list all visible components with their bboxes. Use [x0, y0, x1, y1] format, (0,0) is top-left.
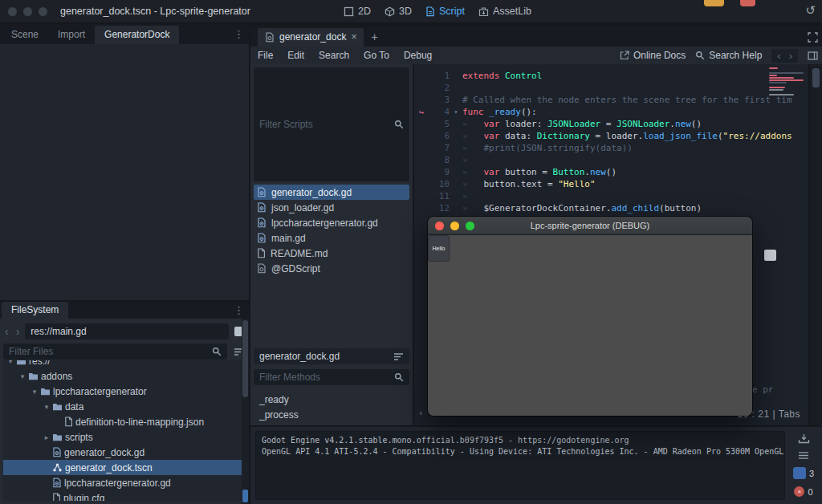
mode-assetlib[interactable]: AssetLib	[478, 6, 531, 17]
new-tab-icon[interactable]: +	[371, 30, 377, 47]
hello-button[interactable]: Hello	[428, 235, 450, 262]
tree-item[interactable]: generator_dock.gd	[3, 445, 246, 460]
scrollbar-thumb[interactable]	[242, 320, 248, 397]
tree-item-label: data	[65, 401, 83, 413]
link-online-docs[interactable]: Online Docs	[620, 50, 686, 61]
filesystem-nav: ‹ › res://main.gd	[3, 322, 246, 341]
debugger-count-row[interactable]: 3	[793, 467, 814, 479]
menu-file[interactable]: File	[250, 48, 280, 63]
tree-arrow-icon[interactable]: ▸	[41, 433, 52, 441]
link-search-help[interactable]: Search Help	[695, 50, 762, 61]
current-script-row[interactable]: generator_dock.gd	[254, 348, 409, 364]
method-item[interactable]: _ready	[254, 392, 409, 407]
mode-3d[interactable]: 3D	[385, 6, 412, 17]
code-line[interactable]: 8»	[414, 154, 808, 166]
code-line[interactable]: ↪4▾func _ready():	[414, 106, 808, 118]
tree-item[interactable]: ▾res://	[3, 360, 246, 368]
fold-arrow-icon[interactable]: ▾	[450, 108, 462, 116]
mode-2d[interactable]: 2D	[344, 6, 371, 17]
script-forward-icon[interactable]: ›	[785, 50, 796, 62]
code-line[interactable]: 12» $GeneratorDockContainer.add_child(bu…	[414, 202, 808, 214]
tree-item[interactable]: ▾lpccharactergenerator	[3, 384, 246, 399]
current-path-field[interactable]: res://main.gd	[25, 323, 229, 339]
dock-menu-icon[interactable]: ⋮	[234, 28, 244, 40]
minimap-line	[769, 75, 777, 76]
tab-generator-dock[interactable]: generator_dock ×	[258, 28, 364, 47]
filter-files-input[interactable]	[9, 346, 208, 357]
menu-go-to[interactable]: Go To	[356, 48, 397, 63]
tree-item[interactable]: ▸scripts	[3, 429, 246, 445]
code-line[interactable]: 10» button.text = "Hello"	[414, 178, 808, 190]
scrollbar-thumb[interactable]	[764, 250, 776, 261]
code-line[interactable]: 2	[414, 82, 808, 94]
menu-debug[interactable]: Debug	[397, 48, 439, 63]
script-back-icon[interactable]: ‹	[773, 50, 784, 62]
menu-edit[interactable]: Edit	[280, 48, 311, 63]
code-line[interactable]: 1extends Control	[414, 70, 808, 82]
import-tray-icon[interactable]	[798, 433, 810, 444]
filter-methods-input[interactable]	[259, 372, 390, 383]
debug-zoom-button[interactable]	[466, 222, 474, 230]
minimap-line	[769, 84, 770, 86]
filter-scripts-input[interactable]	[259, 119, 390, 130]
close-tab-icon[interactable]: ×	[351, 31, 356, 43]
method-item[interactable]: _process	[254, 407, 409, 422]
history-forward-icon[interactable]: ›	[14, 325, 22, 338]
tree-item[interactable]: ▾addons	[3, 368, 246, 384]
tree-item[interactable]: lpccharactergenerator.gd	[3, 475, 246, 490]
tree-item[interactable]: plugin.cfg	[3, 490, 246, 501]
script-item[interactable]: json_loader.gd	[254, 200, 409, 215]
code-line[interactable]: 3# Called when the node enters the scene…	[414, 94, 808, 106]
tree-arrow-icon[interactable]: ▾	[5, 360, 16, 365]
tree-arrow-icon[interactable]: ▾	[17, 372, 28, 380]
code-line[interactable]: 11»	[414, 190, 808, 202]
filesystem-scrollbar[interactable]	[242, 319, 249, 504]
filter-files-field[interactable]	[3, 343, 227, 360]
tree-arrow-icon[interactable]: ▾	[41, 403, 52, 411]
window-zoom-button[interactable]	[39, 7, 47, 16]
history-back-icon[interactable]: ‹	[3, 325, 10, 338]
output-list-icon[interactable]	[798, 451, 809, 460]
line-number: 5	[429, 119, 450, 129]
dock-tab-import[interactable]: Import	[48, 26, 95, 44]
expand-editor-icon[interactable]	[808, 32, 818, 47]
code-line[interactable]: 7» #print(JSON.stringify(data))	[414, 142, 808, 154]
tree-item[interactable]: ▾data	[3, 399, 246, 414]
code-line[interactable]: 5» var loader: JSONLoader = JSONLoader.n…	[414, 118, 808, 130]
dock-tab-generatordock[interactable]: GeneratorDock	[95, 26, 179, 44]
script-item[interactable]: lpccharactergenerator.gd	[254, 215, 409, 230]
redo-history-icon[interactable]: ↺	[805, 3, 816, 18]
method-sort-icon[interactable]	[393, 352, 404, 361]
script-item[interactable]: generator_dock.gd	[254, 185, 409, 200]
script-item[interactable]: README.md	[254, 246, 409, 261]
tab-filesystem[interactable]: FileSystem	[2, 302, 68, 319]
line-gutter: 1	[414, 71, 462, 81]
menu-search[interactable]: Search	[311, 48, 356, 63]
folder-icon	[28, 372, 39, 381]
script-item[interactable]: main.gd	[254, 230, 409, 246]
window-minimize-button[interactable]	[23, 7, 32, 16]
debug-close-button[interactable]	[435, 222, 444, 230]
line-number: 12	[429, 203, 450, 213]
code-line[interactable]: 9» var button = Button.new()	[414, 166, 808, 178]
debug-game-window[interactable]: Lpc-sprite-generator (DEBUG) Hello	[428, 217, 752, 416]
scrollbar-thumb[interactable]	[812, 68, 820, 87]
tree-item[interactable]: generator_dock.tscn	[3, 460, 246, 475]
filter-scripts-field[interactable]	[254, 67, 409, 181]
debug-minimize-button[interactable]	[450, 222, 459, 230]
filter-methods-field[interactable]	[254, 369, 409, 385]
filesystem-menu-icon[interactable]: ⋮	[234, 304, 244, 316]
collapse-scripts-panel-icon[interactable]: ‹	[418, 408, 424, 418]
window-close-button[interactable]	[8, 7, 17, 16]
script-item[interactable]: @GDScript	[254, 261, 409, 276]
code-line[interactable]: 6» var data: Dictionary = loader.load_js…	[414, 130, 808, 142]
dock-tab-scene[interactable]: Scene	[2, 26, 48, 44]
editor-right-scrollbar[interactable]	[810, 64, 822, 425]
code-minimap[interactable]	[769, 67, 806, 96]
tree-arrow-icon[interactable]: ▾	[29, 388, 40, 396]
tree-item[interactable]: definition-to-line-mapping.json	[3, 414, 246, 429]
window-title: generator_dock.tscn - Lpc-sprite-generat…	[60, 6, 250, 17]
error-count-row[interactable]: × 0	[794, 486, 812, 497]
panel-layout-icon[interactable]	[808, 51, 818, 60]
mode-script[interactable]: Script	[425, 6, 465, 17]
